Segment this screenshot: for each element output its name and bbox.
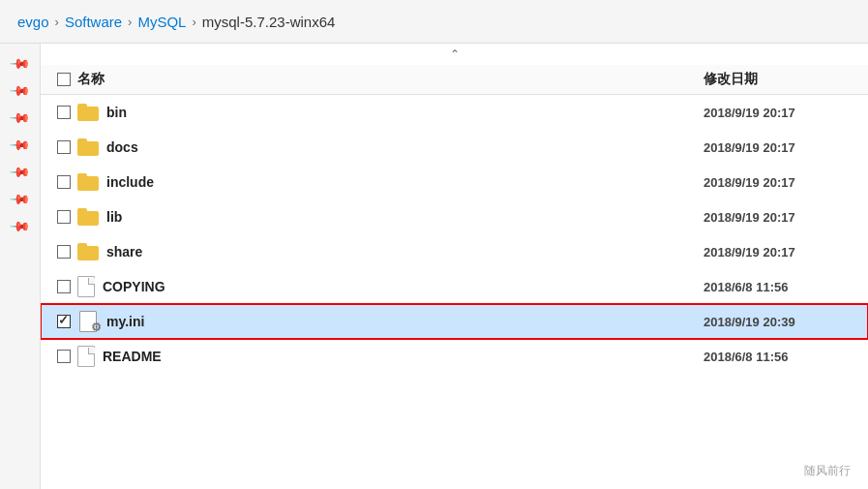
row-name-col: bin xyxy=(77,104,703,121)
breadcrumb: evgo › Software › MySQL › mysql-5.7.23-w… xyxy=(0,0,868,44)
folder-icon xyxy=(77,208,99,226)
doc-icon xyxy=(77,276,95,297)
file-area: ⌃ 名称 修改日期 bin2018/9/19 20:17docs2018/9/1… xyxy=(41,44,868,489)
row-checkbox-col xyxy=(50,245,77,259)
doc-icon xyxy=(77,346,95,367)
folder-icon xyxy=(77,138,99,156)
table-row[interactable]: include2018/9/19 20:17 xyxy=(41,165,868,199)
row-checkbox[interactable] xyxy=(57,280,71,293)
pin-icon-4[interactable]: 📌 xyxy=(6,131,33,158)
file-list: bin2018/9/19 20:17docs2018/9/19 20:17inc… xyxy=(41,95,868,374)
pin-icon-3[interactable]: 📌 xyxy=(6,104,33,131)
row-filename: include xyxy=(106,174,154,190)
folder-icon xyxy=(77,173,99,191)
table-row[interactable]: bin2018/9/19 20:17 xyxy=(41,95,868,130)
row-date: 2018/6/8 11:56 xyxy=(703,350,858,364)
row-date: 2018/9/19 20:39 xyxy=(703,315,858,329)
row-filename: COPYING xyxy=(103,279,165,294)
table-row[interactable]: ⚙my.ini2018/9/19 20:39 xyxy=(41,304,868,339)
row-name-col: lib xyxy=(77,208,703,226)
pin-icon-5[interactable]: 📌 xyxy=(6,158,33,185)
ini-icon: ⚙ xyxy=(77,311,99,332)
header-checkbox-col xyxy=(50,73,77,86)
breadcrumb-current: mysql-5.7.23-winx64 xyxy=(202,14,336,30)
row-checkbox[interactable] xyxy=(57,245,71,259)
row-checkbox[interactable] xyxy=(57,106,71,119)
table-header: 名称 修改日期 xyxy=(41,65,868,95)
table-row[interactable]: docs2018/9/19 20:17 xyxy=(41,130,868,165)
row-filename: bin xyxy=(106,105,127,120)
row-name-col: docs xyxy=(77,138,703,156)
row-checkbox-col xyxy=(50,350,77,363)
row-checkbox[interactable] xyxy=(57,315,71,328)
pin-icon-6[interactable]: 📌 xyxy=(6,185,33,212)
row-filename: my.ini xyxy=(106,314,144,329)
breadcrumb-sep-2: › xyxy=(128,15,132,29)
row-checkbox[interactable] xyxy=(57,175,71,189)
row-name-col: share xyxy=(77,243,703,260)
folder-icon xyxy=(77,243,99,260)
row-date: 2018/6/8 11:56 xyxy=(703,280,858,294)
row-checkbox-col xyxy=(50,210,77,224)
collapse-arrow[interactable]: ⌃ xyxy=(41,44,868,65)
breadcrumb-evgo[interactable]: evgo xyxy=(17,14,49,30)
row-filename: share xyxy=(106,244,142,260)
row-name-col: include xyxy=(77,173,703,191)
breadcrumb-sep-3: › xyxy=(192,15,195,29)
row-name-col: ⚙my.ini xyxy=(77,311,703,332)
row-date: 2018/9/19 20:17 xyxy=(703,175,858,190)
pin-icon-1[interactable]: 📌 xyxy=(6,49,33,76)
row-name-col: README xyxy=(77,346,703,367)
table-row[interactable]: lib2018/9/19 20:17 xyxy=(41,199,868,234)
row-checkbox[interactable] xyxy=(57,140,71,154)
row-checkbox[interactable] xyxy=(57,350,71,363)
folder-icon xyxy=(77,104,99,121)
header-name: 名称 xyxy=(77,71,703,88)
row-checkbox-col xyxy=(50,140,77,154)
row-date: 2018/9/19 20:17 xyxy=(703,210,858,225)
breadcrumb-sep-1: › xyxy=(55,15,59,29)
main-container: 📌 📌 📌 📌 📌 📌 📌 ⌃ 名称 修改日期 bin2018/9/19 20:… xyxy=(0,44,868,489)
row-checkbox-col xyxy=(50,315,77,328)
row-date: 2018/9/19 20:17 xyxy=(703,106,858,120)
table-row[interactable]: README2018/6/8 11:56 xyxy=(41,339,868,374)
header-date: 修改日期 xyxy=(703,71,858,88)
row-checkbox[interactable] xyxy=(57,210,71,224)
pin-icon-7[interactable]: 📌 xyxy=(6,212,33,239)
table-row[interactable]: share2018/9/19 20:17 xyxy=(41,234,868,269)
row-filename: docs xyxy=(106,139,138,155)
breadcrumb-mysql[interactable]: MySQL xyxy=(137,14,186,30)
row-filename: lib xyxy=(106,209,122,225)
select-all-checkbox[interactable] xyxy=(57,73,71,86)
row-date: 2018/9/19 20:17 xyxy=(703,140,858,155)
pin-panel: 📌 📌 📌 📌 📌 📌 📌 xyxy=(0,44,41,489)
breadcrumb-software[interactable]: Software xyxy=(65,14,122,30)
row-checkbox-col xyxy=(50,280,77,293)
pin-icon-2[interactable]: 📌 xyxy=(6,76,33,104)
table-row[interactable]: COPYING2018/6/8 11:56 xyxy=(41,269,868,304)
row-date: 2018/9/19 20:17 xyxy=(703,245,858,260)
row-checkbox-col xyxy=(50,175,77,189)
row-checkbox-col xyxy=(50,106,77,119)
row-name-col: COPYING xyxy=(77,276,703,297)
row-filename: README xyxy=(103,349,162,364)
